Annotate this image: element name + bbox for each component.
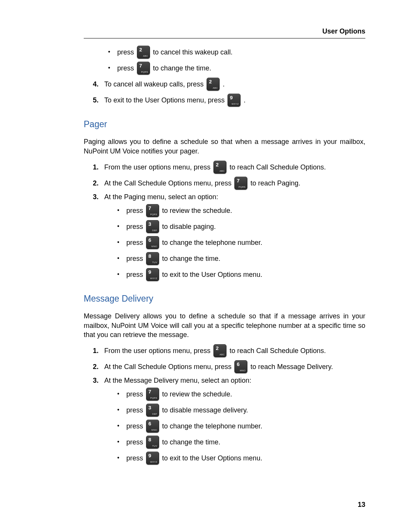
step-number: 2. (93, 362, 99, 371)
wakeup-step-5: 5. To exit to the User Options menu, pre… (95, 93, 365, 107)
delivery-heading: Message Delivery (84, 293, 365, 305)
keypad-8-icon: 8TUV (146, 252, 159, 265)
keypad-3-icon: 3DEF (146, 404, 159, 417)
delivery-sub-item: press 3DEF to disable message delivery. (117, 403, 365, 417)
step-text: At the Paging menu, select an option: (104, 193, 218, 201)
keypad-6-icon: 6MNO (146, 236, 159, 249)
delivery-sub-item: press 8TUV to change the time. (117, 435, 365, 449)
delivery-sub-item: press 9WXYZ to exit to the User Options … (117, 451, 365, 465)
text-after: . (244, 96, 245, 105)
text-before: press (126, 238, 143, 247)
keypad-9-icon: 9WXYZ (146, 268, 159, 281)
text-after: to exit to the User Options menu. (162, 454, 262, 463)
keypad-7-icon: 7PQRS (146, 388, 159, 401)
text-after: to change the time. (153, 64, 211, 73)
keypad-3-icon: 3DEF (146, 220, 159, 233)
step-number: 3. (93, 192, 99, 201)
text-before: From the user options menu, press (104, 346, 210, 355)
keypad-9-icon: 9WXYZ (228, 94, 241, 107)
text-after: . (223, 80, 225, 89)
text-after: to review the schedule. (162, 390, 232, 399)
keypad-2-icon: 2ABC (213, 161, 226, 174)
text-after: to change the time. (162, 438, 220, 447)
pager-sub-item: press 9WXYZ to exit to the User Options … (117, 268, 365, 281)
wakeup-step-4: 4. To cancel all wakeup calls, press 2AB… (95, 77, 365, 91)
pager-heading: Pager (84, 118, 365, 130)
pager-step-3: 3. At the Paging menu, select an option:… (95, 192, 365, 281)
text-before: To exit to the User Options menu, press (104, 96, 225, 105)
delivery-sub-item: press 7PQRS to review the schedule. (117, 387, 365, 401)
text-before: press (117, 64, 134, 73)
text-before: press (126, 206, 143, 215)
pager-sub-item: press 7PQRS to review the schedule. (117, 204, 365, 217)
keypad-8-icon: 8TUV (146, 436, 159, 449)
pager-sub-list: press 7PQRS to review the schedule. pres… (117, 204, 365, 281)
text-before: At the Call Schedule Options menu, press (104, 362, 231, 371)
pager-sub-item: press 6MNO to change the telephone numbe… (117, 236, 365, 249)
text-before: press (126, 406, 143, 415)
keypad-9-icon: 9WXYZ (146, 452, 159, 465)
text-before: press (126, 254, 143, 263)
keypad-7-icon: 7PQRS (234, 177, 247, 190)
step-number: 5. (93, 96, 99, 105)
delivery-intro: Message Delivery allows you to define a … (84, 312, 365, 339)
pager-sub-item: press 3DEF to disable paging. (117, 220, 365, 233)
wakeup-sub-list: press 2ABC to cancel this wakeup call. p… (108, 45, 365, 75)
text-after: to review the schedule. (162, 206, 232, 215)
text-after: to change the telephone number. (162, 422, 262, 431)
text-after: to cancel this wakeup call. (153, 48, 233, 57)
keypad-7-icon: 7PQRS (137, 62, 150, 75)
pager-steps: 1. From the user options menu, press 2AB… (95, 160, 365, 281)
text-before: press (117, 48, 134, 57)
text-after: to reach Message Delivery. (250, 362, 333, 371)
text-before: At the Call Schedule Options menu, press (104, 179, 231, 188)
keypad-2-icon: 2ABC (207, 78, 220, 91)
keypad-2-icon: 2ABC (213, 344, 226, 357)
pager-sub-item: press 8TUV to change the time. (117, 252, 365, 265)
text-before: press (126, 270, 143, 279)
text-after: to reach Call Schedule Options. (229, 163, 326, 172)
header-title: User Options (322, 27, 365, 35)
page-number: 13 (358, 500, 365, 509)
text-before: From the user options menu, press (104, 163, 210, 172)
text-before: press (126, 222, 143, 231)
text-before: To cancel all wakeup calls, press (104, 80, 204, 89)
page-header: User Options (84, 27, 365, 38)
step-number: 2. (93, 179, 99, 188)
delivery-sub-item: press 6MNO to change the telephone numbe… (117, 419, 365, 433)
wakeup-sub-wrapper: press 2ABC to cancel this wakeup call. p… (95, 45, 365, 75)
text-before: press (126, 422, 143, 431)
delivery-sub-list: press 7PQRS to review the schedule. pres… (117, 387, 365, 465)
text-before: press (126, 438, 143, 447)
keypad-2-icon: 2ABC (137, 46, 150, 59)
step-text: At the Message Delivery menu, select an … (104, 377, 251, 384)
text-after: to change the time. (162, 254, 220, 263)
delivery-steps: 1. From the user options menu, press 2AB… (95, 344, 365, 465)
delivery-step-1: 1. From the user options menu, press 2AB… (95, 344, 365, 358)
text-after: to exit to the User Options menu. (162, 270, 262, 279)
text-after: to disable paging. (162, 222, 216, 231)
pager-intro: Paging allows you to define a schedule s… (84, 137, 365, 156)
step-number: 3. (93, 376, 99, 385)
page-container: User Options press 2ABC to cancel this w… (0, 0, 411, 532)
pager-step-1: 1. From the user options menu, press 2AB… (95, 160, 365, 174)
wakeup-list: press 2ABC to cancel this wakeup call. p… (95, 45, 365, 107)
wakeup-sub-item: press 2ABC to cancel this wakeup call. (108, 45, 365, 59)
text-after: to reach Call Schedule Options. (229, 346, 326, 355)
text-after: to disable message delivery. (162, 406, 248, 415)
step-number: 4. (93, 80, 99, 89)
pager-step-2: 2. At the Call Schedule Options menu, pr… (95, 176, 365, 190)
keypad-6-icon: 6MNO (146, 420, 159, 433)
text-after: to change the telephone number. (162, 238, 262, 247)
delivery-step-2: 2. At the Call Schedule Options menu, pr… (95, 360, 365, 374)
keypad-7-icon: 7PQRS (146, 204, 159, 217)
delivery-step-3: 3. At the Message Delivery menu, select … (95, 376, 365, 465)
text-before: press (126, 454, 143, 463)
text-before: press (126, 390, 143, 399)
step-number: 1. (93, 163, 99, 172)
text-after: to reach Paging. (250, 179, 300, 188)
wakeup-sub-item: press 7PQRS to change the time. (108, 61, 365, 75)
keypad-6-icon: 6MNO (234, 360, 247, 373)
step-number: 1. (93, 346, 99, 355)
